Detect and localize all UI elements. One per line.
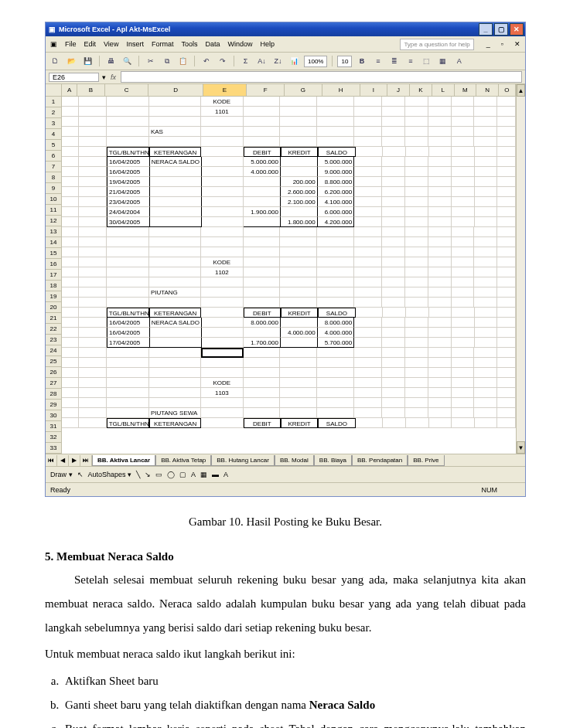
- cell[interactable]: [107, 287, 149, 298]
- row-header[interactable]: 7: [46, 162, 62, 172]
- cell[interactable]: [354, 187, 382, 197]
- cell[interactable]: [405, 107, 428, 117]
- cell[interactable]: [475, 177, 498, 187]
- cell[interactable]: [382, 217, 405, 227]
- menu-insert[interactable]: Insert: [126, 40, 144, 48]
- cell[interactable]: [149, 388, 201, 398]
- autosum-icon[interactable]: Σ: [239, 55, 252, 68]
- cell[interactable]: [149, 398, 201, 408]
- tab-nav-last[interactable]: ⏭: [80, 455, 92, 466]
- cell[interactable]: [452, 277, 475, 287]
- row-header[interactable]: 14: [46, 237, 62, 248]
- cell[interactable]: [452, 308, 475, 318]
- row-header[interactable]: 1: [46, 97, 62, 107]
- cell[interactable]: [452, 197, 475, 207]
- cell[interactable]: [497, 167, 516, 177]
- select-all-corner[interactable]: [46, 84, 62, 97]
- cell[interactable]: [107, 127, 149, 137]
- col-header[interactable]: O: [499, 84, 516, 97]
- cell[interactable]: [382, 247, 405, 257]
- cell[interactable]: 4.000.000: [244, 167, 281, 177]
- fill-color-icon[interactable]: ▦: [436, 55, 449, 68]
- cell[interactable]: [244, 267, 281, 277]
- cell[interactable]: [149, 227, 201, 237]
- doc-restore[interactable]: ▫: [501, 40, 503, 48]
- cell[interactable]: [244, 358, 281, 368]
- cell[interactable]: [107, 277, 149, 287]
- fx-icon[interactable]: fx: [111, 73, 116, 81]
- cell[interactable]: [356, 147, 384, 157]
- row-header[interactable]: 22: [46, 324, 62, 335]
- font-color-icon[interactable]: A: [452, 55, 466, 68]
- cell[interactable]: 24/04/2004: [107, 207, 150, 217]
- cell[interactable]: [280, 398, 317, 408]
- cell[interactable]: [201, 398, 244, 408]
- cell[interactable]: [79, 358, 107, 368]
- cell[interactable]: [79, 287, 107, 298]
- cell[interactable]: [317, 267, 354, 277]
- cell[interactable]: [107, 388, 149, 398]
- cell[interactable]: [244, 117, 281, 127]
- col-header[interactable]: H: [322, 84, 360, 97]
- cell[interactable]: [244, 408, 281, 418]
- cell[interactable]: [383, 308, 406, 318]
- cell[interactable]: KODE: [201, 257, 244, 267]
- cell[interactable]: [244, 177, 281, 187]
- cell[interactable]: [474, 298, 497, 308]
- menu-edit[interactable]: Edit: [84, 40, 97, 48]
- cell[interactable]: [317, 227, 354, 237]
- cell[interactable]: [382, 277, 405, 287]
- cell[interactable]: [201, 368, 244, 378]
- row-header[interactable]: 23: [46, 335, 62, 345]
- cell[interactable]: [405, 318, 428, 328]
- cell[interactable]: [497, 257, 516, 267]
- cell[interactable]: [244, 298, 281, 308]
- cell[interactable]: [62, 328, 79, 338]
- cell[interactable]: 1102: [201, 267, 244, 277]
- cut-icon[interactable]: ✂: [144, 55, 157, 68]
- cell[interactable]: [429, 147, 452, 157]
- cell[interactable]: [79, 247, 107, 257]
- cell[interactable]: [62, 97, 79, 107]
- cell[interactable]: [354, 177, 382, 187]
- cell[interactable]: TGL/BLN/THN: [107, 418, 149, 428]
- cell[interactable]: [452, 378, 475, 388]
- cell[interactable]: [201, 227, 244, 237]
- cell[interactable]: [107, 267, 149, 277]
- row-header[interactable]: 29: [46, 400, 62, 410]
- cell[interactable]: [202, 197, 244, 207]
- cell[interactable]: [107, 137, 149, 147]
- cell[interactable]: [497, 137, 516, 147]
- cell[interactable]: [280, 97, 317, 107]
- cell[interactable]: [150, 187, 202, 197]
- cell[interactable]: [281, 338, 318, 348]
- cell[interactable]: PIUTANG: [149, 287, 201, 298]
- col-header[interactable]: L: [432, 84, 455, 97]
- copy-icon[interactable]: ⧉: [160, 55, 173, 68]
- cell[interactable]: [62, 257, 79, 267]
- row-header[interactable]: 8: [46, 172, 62, 183]
- cell[interactable]: [452, 398, 475, 408]
- cell[interactable]: [382, 368, 405, 378]
- cell[interactable]: [149, 378, 201, 388]
- cell[interactable]: [497, 408, 516, 418]
- cell[interactable]: [405, 378, 428, 388]
- cell[interactable]: [452, 237, 475, 247]
- cell[interactable]: 6.200.000: [318, 187, 355, 197]
- cell[interactable]: TGL/BLN/THN: [107, 308, 149, 318]
- cell[interactable]: [474, 388, 497, 398]
- cell[interactable]: [79, 368, 107, 378]
- cell[interactable]: [428, 197, 452, 207]
- cell[interactable]: [382, 227, 405, 237]
- cell[interactable]: 16/04/2005: [107, 318, 150, 328]
- cell[interactable]: [354, 167, 382, 177]
- cell[interactable]: [62, 117, 79, 127]
- cell[interactable]: [428, 398, 452, 408]
- cell[interactable]: [354, 227, 382, 237]
- cell[interactable]: [497, 107, 516, 117]
- cell[interactable]: [79, 378, 107, 388]
- cell[interactable]: 2.100.000: [281, 197, 318, 207]
- cell[interactable]: [244, 257, 281, 267]
- cell[interactable]: [201, 287, 244, 298]
- cell[interactable]: KETERANGAN: [149, 147, 202, 157]
